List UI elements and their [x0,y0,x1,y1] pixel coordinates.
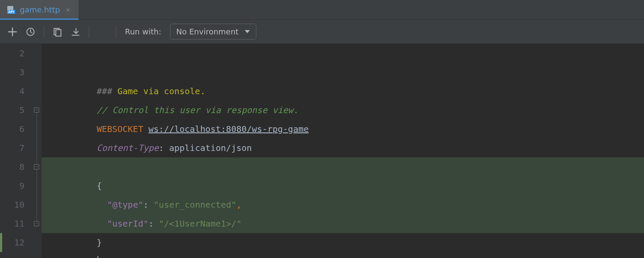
json-brace: } [97,237,102,248]
chevron-down-icon [245,30,250,33]
svg-rect-5 [56,30,61,36]
comment-text: Control this user via response view. [112,105,298,115]
json-key: "userId" [107,218,148,229]
current-line-indicator [0,233,2,252]
request-url[interactable]: ws://localhost:8080/ws-rpg-game [149,124,309,134]
run-all-button[interactable] [98,27,107,37]
line-number: 11 [0,214,32,233]
header-sep: : [159,143,169,153]
header-name: Content-Type [97,143,159,153]
comment-prefix: // [97,105,112,115]
fold-toggle[interactable]: − [34,164,39,169]
fold-toggle[interactable]: − [34,108,39,113]
line-number: 10 [0,195,32,214]
svg-text:API: API [8,10,14,14]
tab-filename: game.http [20,5,60,14]
json-colon: : [149,218,159,229]
header-value: application/json [169,143,252,153]
section-title: Game via console. [118,86,206,96]
section-marker: ### [97,86,117,96]
code-editor[interactable]: 23456789101112 −−− ### Game via console.… [0,44,644,258]
import-button[interactable] [71,27,80,37]
fold-column: −−− [32,44,42,258]
tab-bar: API game.http ✕ [0,0,644,20]
line-number: 4 [0,82,32,101]
json-colon: : [143,200,154,210]
history-button[interactable] [26,27,35,37]
line-number: 7 [0,138,32,157]
http-method: WEBSOCKET [97,124,143,134]
environment-value: No Environment [176,27,239,36]
fold-toggle[interactable]: − [34,221,39,226]
toolbar-separator [89,26,89,38]
convert-button[interactable] [53,27,62,37]
toolbar-separator [116,26,116,38]
json-comma: , [236,200,241,210]
gutter: 23456789101112 [0,44,32,258]
line-number: 2 [0,44,32,63]
file-tab[interactable]: API game.http ✕ [0,0,79,19]
json-value: "user_connected" [154,200,237,210]
line-number: 9 [0,176,32,195]
close-tab-icon[interactable]: ✕ [64,5,72,15]
api-file-icon: API [7,6,15,14]
line-number: 5 [0,101,32,120]
editor-toolbar: Run with: No Environment [0,20,644,44]
line-number: 6 [0,120,32,138]
line-number: 12 [0,233,32,252]
json-key: "@type" [107,200,143,210]
code-area[interactable]: ### Game via console. // Control this us… [42,44,644,258]
text-caret [97,256,98,258]
add-request-button[interactable] [8,27,17,37]
json-brace: { [97,181,102,191]
line-number: 8 [0,157,32,176]
environment-select[interactable]: No Environment [170,24,256,40]
line-number: 3 [0,63,32,82]
toolbar-separator [44,26,44,38]
run-with-label: Run with: [125,27,161,36]
json-value: "/<1UserName1>/" [159,218,242,229]
